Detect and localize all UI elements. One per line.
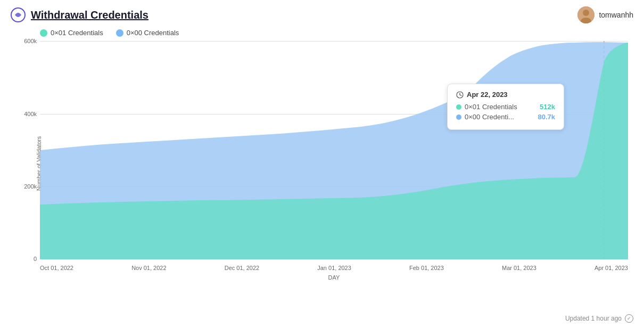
x-label-jan: Jan 01, 2023 (317, 265, 351, 271)
x-label-feb: Feb 01, 2023 (409, 265, 444, 271)
header-left: Withdrawal Credentials (11, 7, 148, 22)
updated-text: Updated 1 hour ago (565, 315, 622, 322)
tooltip-row-01: 0×01 Credentials 512k (456, 103, 555, 111)
legend-item-01: 0×01 Credentials (40, 29, 103, 37)
app-logo (11, 7, 26, 22)
tooltip-value-01: 512k (540, 103, 555, 111)
legend-item-00: 0×00 Credentials (116, 29, 179, 37)
tooltip: Apr 22, 2023 0×01 Credentials 512k 0×00 … (447, 84, 564, 130)
avatar (577, 6, 595, 23)
header: Withdrawal Credentials tomwanhh (11, 6, 633, 23)
tooltip-dot-01 (456, 104, 461, 110)
chart-area: Number of Validators 600k 400k 200k (11, 41, 633, 286)
legend-label-00: 0×00 Credentials (127, 29, 179, 37)
y-label-600k: 600k (24, 38, 37, 44)
tooltip-label-00: 0×00 Credenti... (465, 113, 514, 121)
x-label-dec: Dec 01, 2022 (225, 265, 259, 271)
x-label-apr: Apr 01, 2023 (595, 265, 628, 271)
tooltip-date: Apr 22, 2023 (456, 91, 555, 99)
tooltip-date-text: Apr 22, 2023 (467, 91, 508, 99)
tooltip-dot-00 (456, 115, 461, 120)
y-label-200k: 200k (24, 183, 37, 190)
page-title[interactable]: Withdrawal Credentials (31, 9, 148, 21)
legend-dot-01 (40, 29, 47, 37)
x-label-oct: Oct 01, 2022 (40, 265, 73, 271)
x-axis-title: DAY (40, 274, 628, 281)
user-area: tomwanhh (577, 6, 633, 23)
y-label-0: 0 (34, 256, 37, 262)
chart-svg (40, 41, 628, 259)
footer: Updated 1 hour ago ✓ (565, 314, 633, 323)
svg-point-2 (583, 10, 589, 16)
username: tomwanhh (599, 11, 633, 19)
chart-inner: 600k 400k 200k 0 (40, 41, 628, 259)
x-axis: Oct 01, 2022 Nov 01, 2022 Dec 01, 2022 J… (40, 265, 628, 271)
tooltip-row-00: 0×00 Credenti... 80.7k (456, 113, 555, 121)
tooltip-label-01: 0×01 Credentials (465, 103, 517, 111)
y-label-400k: 400k (24, 111, 37, 117)
x-label-mar: Mar 01, 2023 (502, 265, 536, 271)
check-circle-icon: ✓ (625, 314, 633, 323)
x-label-nov: Nov 01, 2022 (131, 265, 166, 271)
tooltip-value-00: 80.7k (538, 113, 555, 121)
chart-legend: 0×01 Credentials 0×00 Credentials (11, 29, 633, 37)
legend-label-01: 0×01 Credentials (51, 29, 103, 37)
clock-icon (456, 91, 464, 99)
svg-line-7 (460, 95, 461, 96)
legend-dot-00 (116, 29, 123, 37)
